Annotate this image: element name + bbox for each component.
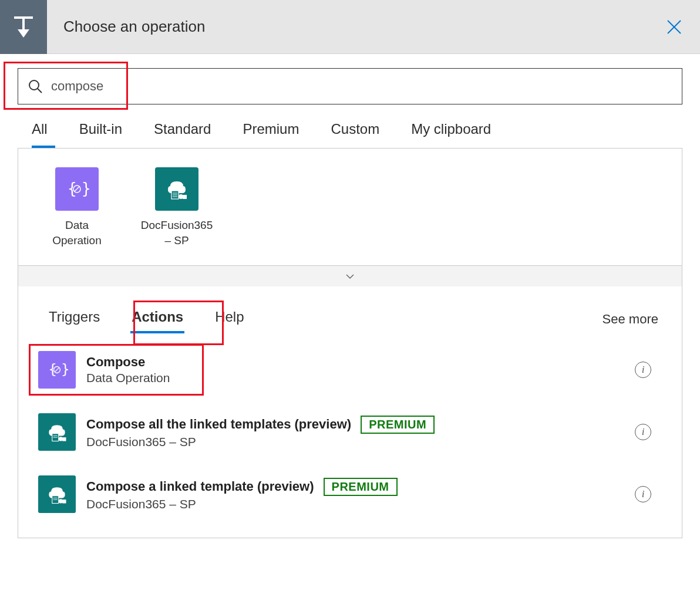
action-compose-linked[interactable]: Compose a linked template (preview) PREM… xyxy=(30,468,670,520)
connector-data-operation[interactable]: { } Data Operation xyxy=(42,167,112,248)
close-button[interactable] xyxy=(664,16,685,38)
operation-type-icon xyxy=(0,0,47,54)
svg-text:}: } xyxy=(61,362,69,378)
tab-actions[interactable]: Actions xyxy=(124,304,190,335)
action-subtitle: DocFusion365 – SP xyxy=(86,435,624,449)
search-input[interactable] xyxy=(51,79,672,94)
action-compose[interactable]: { } Compose Data Operation i xyxy=(30,344,670,396)
header-left: Choose an operation xyxy=(0,0,205,53)
info-icon: i xyxy=(642,364,645,376)
docfusion-icon xyxy=(38,413,76,451)
connector-label: Data Operation xyxy=(42,218,112,248)
svg-marker-2 xyxy=(18,29,29,38)
action-title: Compose xyxy=(86,355,145,370)
svg-text:}: } xyxy=(82,180,90,197)
filter-tab-all[interactable]: All xyxy=(32,121,48,148)
action-subtitle: DocFusion365 – SP xyxy=(86,497,624,511)
connectors-grid: { } Data Operation Do xyxy=(18,148,682,265)
filter-tab-clipboard[interactable]: My clipboard xyxy=(411,121,491,148)
info-button[interactable]: i xyxy=(635,362,651,378)
info-button[interactable]: i xyxy=(635,486,651,502)
filter-tab-custom[interactable]: Custom xyxy=(331,121,379,148)
svg-rect-25 xyxy=(62,437,66,441)
svg-rect-30 xyxy=(62,500,66,503)
action-text: Compose a linked template (preview) PREM… xyxy=(86,478,624,511)
svg-rect-0 xyxy=(14,16,33,19)
sub-tabs: Triggers Actions Help xyxy=(42,304,251,335)
connector-label: DocFusion365 – SP xyxy=(141,218,213,248)
data-operation-icon: { } xyxy=(38,351,76,389)
search-box[interactable] xyxy=(18,68,682,104)
connectors-panel: { } Data Operation Do xyxy=(18,148,682,538)
info-icon: i xyxy=(642,426,645,438)
dialog-header: Choose an operation xyxy=(0,0,700,54)
svg-text:{: { xyxy=(48,362,56,378)
docfusion-icon xyxy=(38,475,76,513)
svg-point-29 xyxy=(59,499,63,503)
svg-line-6 xyxy=(38,89,42,93)
sub-tabs-row: Triggers Actions Help See more xyxy=(18,286,682,337)
action-list: { } Compose Data Operation i xyxy=(18,337,682,538)
see-more-link[interactable]: See more xyxy=(603,312,658,327)
tab-help[interactable]: Help xyxy=(208,304,251,335)
docfusion-icon xyxy=(155,167,198,211)
svg-point-24 xyxy=(59,437,63,441)
data-operation-icon: { } xyxy=(55,167,99,211)
action-text: Compose Data Operation xyxy=(86,355,624,385)
connector-docfusion[interactable]: DocFusion365 – SP xyxy=(142,167,212,248)
action-title: Compose all the linked templates (previe… xyxy=(86,417,351,432)
action-title: Compose a linked template (preview) xyxy=(86,479,314,494)
svg-point-5 xyxy=(29,80,39,90)
action-text: Compose all the linked templates (previe… xyxy=(86,416,624,449)
info-icon: i xyxy=(642,488,645,500)
filter-tab-premium[interactable]: Premium xyxy=(243,121,299,148)
chevron-down-icon xyxy=(345,271,355,282)
filter-tab-standard[interactable]: Standard xyxy=(154,121,211,148)
close-icon xyxy=(666,19,682,35)
expand-connectors-button[interactable] xyxy=(18,265,682,286)
svg-point-15 xyxy=(179,194,183,199)
svg-text:{: { xyxy=(68,180,77,197)
svg-rect-16 xyxy=(183,195,187,199)
action-compose-all-linked[interactable]: Compose all the linked templates (previe… xyxy=(30,406,670,458)
search-icon xyxy=(28,79,43,94)
filter-tab-builtin[interactable]: Built-in xyxy=(79,121,122,148)
action-subtitle: Data Operation xyxy=(86,371,624,385)
filter-tabs: All Built-in Standard Premium Custom My … xyxy=(0,110,700,148)
search-wrapper xyxy=(18,68,682,104)
premium-badge: PREMIUM xyxy=(361,416,435,434)
info-button[interactable]: i xyxy=(635,424,651,440)
premium-badge: PREMIUM xyxy=(324,478,398,496)
tab-triggers[interactable]: Triggers xyxy=(42,304,107,335)
dialog-title: Choose an operation xyxy=(63,18,205,36)
